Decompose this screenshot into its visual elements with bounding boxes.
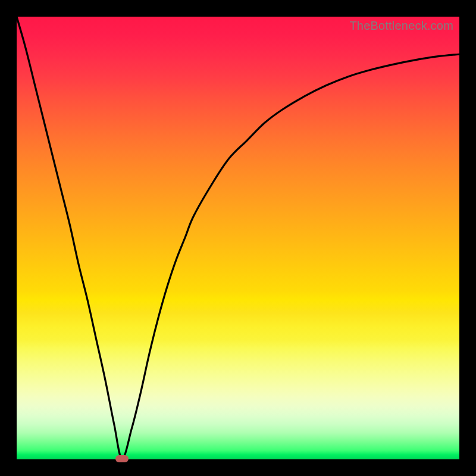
- optimum-marker: [115, 455, 129, 462]
- chart-container: TheBottleneck.com: [0, 0, 476, 476]
- chart-plot-area: TheBottleneck.com: [17, 17, 459, 459]
- watermark-text: TheBottleneck.com: [349, 19, 453, 33]
- bottleneck-curve: [17, 17, 459, 459]
